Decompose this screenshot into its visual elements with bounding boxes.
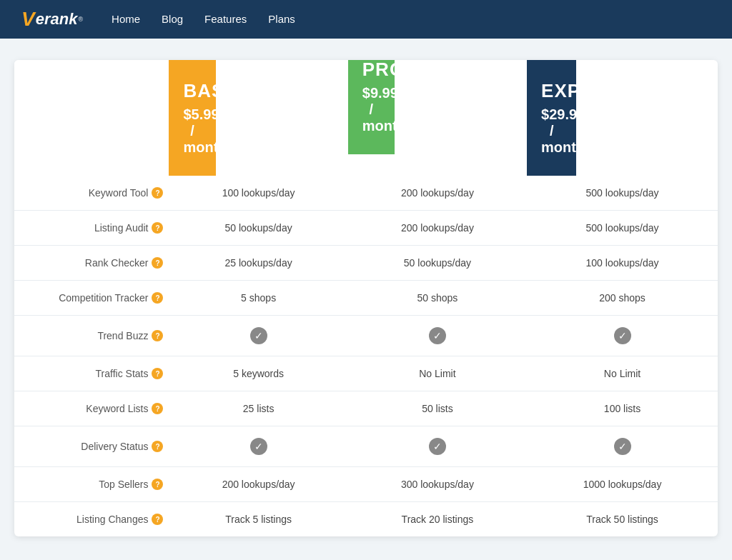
checkmark-icon: ✓︎: [250, 327, 267, 344]
checkmark-icon: ✓︎: [429, 438, 446, 455]
feature-label: Trend Buzz: [97, 330, 148, 341]
feature-label: Listing Audit: [94, 222, 149, 234]
feature-basic-value: 100 lookups/day: [169, 176, 347, 211]
checkmark-icon: ✓︎: [614, 438, 631, 455]
feature-label: Keyword Lists: [86, 403, 148, 414]
feature-row: Keyword Tool?100 lookups/day200 lookups/…: [14, 176, 718, 211]
feature-name-cell: Listing Audit?: [14, 211, 169, 246]
logo-erank: erank: [36, 10, 78, 29]
checkmark-icon: ✓︎: [614, 327, 631, 344]
help-icon[interactable]: ?: [152, 514, 163, 525]
empty-header-cell: [14, 60, 169, 176]
plan-basic-name: BASIC: [183, 80, 201, 102]
feature-label: Delivery Status: [81, 441, 148, 452]
plan-expert-price: $29.99 / month: [541, 106, 562, 156]
feature-pro-value: 50 lists: [348, 391, 527, 426]
plan-pro-price: $9.99 / month: [362, 85, 380, 134]
feature-name-cell: Trend Buzz?: [14, 316, 169, 356]
checkmark-icon: ✓︎: [429, 327, 446, 344]
plan-basic-header: BASIC $5.99 / month: [169, 60, 347, 176]
feature-pro-value: 200 lookups/day: [348, 211, 527, 246]
feature-basic-value: ✓︎: [169, 316, 347, 356]
help-icon[interactable]: ?: [152, 292, 163, 304]
nav-home[interactable]: Home: [112, 13, 140, 25]
feature-row: Listing Changes?Track 5 listingsTrack 20…: [14, 502, 718, 537]
feature-row: Traffic Stats?5 keywordsNo LimitNo Limit: [14, 356, 718, 391]
feature-row: Top Sellers?200 lookups/day300 lookups/d…: [14, 467, 718, 502]
feature-expert-value: 500 lookups/day: [527, 211, 718, 246]
feature-label: Top Sellers: [99, 479, 148, 490]
help-icon[interactable]: ?: [152, 403, 163, 414]
feature-label: Competition Tracker: [59, 292, 148, 304]
help-icon[interactable]: ?: [152, 368, 163, 379]
nav-plans[interactable]: Plans: [268, 13, 295, 25]
feature-expert-value: No Limit: [527, 356, 718, 391]
help-icon[interactable]: ?: [152, 479, 163, 490]
feature-expert-value: 100 lookups/day: [527, 246, 718, 281]
feature-name-cell: Keyword Tool?: [14, 176, 169, 211]
feature-pro-value: ✓︎: [348, 316, 527, 356]
feature-basic-value: 200 lookups/day: [169, 467, 347, 502]
nav-links: Home Blog Features Plans: [112, 13, 295, 26]
nav-features[interactable]: Features: [204, 13, 247, 25]
feature-name-cell: Rank Checker?: [14, 246, 169, 281]
feature-expert-value: ✓︎: [527, 316, 718, 356]
feature-label: Listing Changes: [76, 514, 148, 525]
feature-name-cell: Top Sellers?: [14, 467, 169, 502]
nav-blog[interactable]: Blog: [162, 13, 183, 25]
plan-pro-header: PRO $9.99 / month: [348, 60, 527, 176]
help-icon[interactable]: ?: [152, 330, 163, 341]
feature-name-cell: Listing Changes?: [14, 502, 169, 537]
plan-pro-name: PRO: [362, 60, 380, 81]
feature-expert-value: ✓︎: [527, 426, 718, 467]
logo: V erank ®: [21, 9, 83, 29]
help-icon[interactable]: ?: [152, 257, 163, 269]
feature-name-cell: Delivery Status?: [14, 426, 169, 467]
feature-label: Keyword Tool: [89, 187, 149, 199]
feature-basic-value: 25 lookups/day: [169, 246, 347, 281]
plan-basic-price: $5.99 / month: [183, 106, 201, 156]
logo-v: V: [21, 9, 35, 29]
features-body: Keyword Tool?100 lookups/day200 lookups/…: [14, 176, 718, 536]
feature-row: Listing Audit?50 lookups/day200 lookups/…: [14, 211, 718, 246]
help-icon[interactable]: ?: [152, 441, 163, 452]
feature-name-cell: Competition Tracker?: [14, 281, 169, 316]
feature-label: Rank Checker: [85, 257, 149, 269]
navigation: V erank ® Home Blog Features Plans: [0, 0, 732, 39]
pricing-table: BASIC $5.99 / month PRO $9.99 / month EX…: [14, 60, 718, 536]
help-icon[interactable]: ?: [152, 222, 163, 234]
feature-pro-value: 50 lookups/day: [348, 246, 527, 281]
feature-basic-value: Track 5 listings: [169, 502, 347, 537]
feature-basic-value: 5 keywords: [169, 356, 347, 391]
feature-expert-value: 1000 lookups/day: [527, 467, 718, 502]
feature-pro-value: 300 lookups/day: [348, 467, 527, 502]
feature-expert-value: 100 lists: [527, 391, 718, 426]
feature-row: Delivery Status?✓︎✓︎✓︎: [14, 426, 718, 467]
feature-row: Trend Buzz?✓︎✓︎✓︎: [14, 316, 718, 356]
plan-expert-name: EXPERT: [541, 80, 562, 102]
feature-expert-value: 200 shops: [527, 281, 718, 316]
logo-trademark: ®: [78, 16, 83, 23]
feature-basic-value: 5 shops: [169, 281, 347, 316]
feature-expert-value: 500 lookups/day: [527, 176, 718, 211]
feature-expert-value: Track 50 listings: [527, 502, 718, 537]
feature-name-cell: Keyword Lists?: [14, 391, 169, 426]
page-content: BASIC $5.99 / month PRO $9.99 / month EX…: [0, 39, 732, 558]
feature-label: Traffic Stats: [96, 368, 149, 379]
feature-basic-value: 50 lookups/day: [169, 211, 347, 246]
feature-pro-value: No Limit: [348, 356, 527, 391]
feature-basic-value: 25 lists: [169, 391, 347, 426]
feature-basic-value: ✓︎: [169, 426, 347, 467]
plan-header-row: BASIC $5.99 / month PRO $9.99 / month EX…: [14, 60, 718, 176]
feature-row: Keyword Lists?25 lists50 lists100 lists: [14, 391, 718, 426]
feature-pro-value: ✓︎: [348, 426, 527, 467]
feature-name-cell: Traffic Stats?: [14, 356, 169, 391]
feature-row: Competition Tracker?5 shops50 shops200 s…: [14, 281, 718, 316]
help-icon[interactable]: ?: [152, 187, 163, 199]
feature-pro-value: 50 shops: [348, 281, 527, 316]
feature-pro-value: 200 lookups/day: [348, 176, 527, 211]
feature-row: Rank Checker?25 lookups/day50 lookups/da…: [14, 246, 718, 281]
checkmark-icon: ✓︎: [250, 438, 267, 455]
feature-pro-value: Track 20 listings: [348, 502, 527, 537]
plan-expert-header: EXPERT $29.99 / month: [527, 60, 718, 176]
